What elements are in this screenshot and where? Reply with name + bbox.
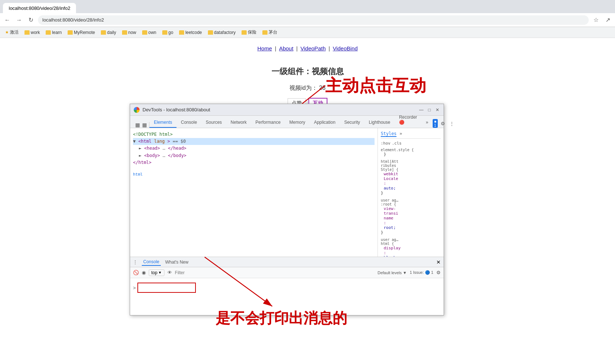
console-input[interactable] <box>137 283 196 293</box>
html-breadcrumb[interactable]: html <box>133 171 375 178</box>
folder-icon <box>162 30 167 35</box>
minimize-button[interactable]: — <box>419 107 424 112</box>
hov-filter[interactable]: :hov <box>381 141 391 146</box>
context-label: top <box>151 270 157 275</box>
tab-security[interactable]: Security <box>340 118 364 128</box>
bookmark-激活[interactable]: ★ 激活 <box>3 28 21 36</box>
context-selector[interactable]: top ▼ <box>149 269 164 276</box>
nav-home-link[interactable]: Home <box>257 45 272 51</box>
tree-expand-body[interactable]: ► <box>139 153 141 158</box>
bookmark-now[interactable]: now <box>120 29 138 36</box>
elements-panel: <!DOCTYPE html> ▼ <html lang > == $0 ► <… <box>130 128 378 257</box>
bookmark-label: leetcode <box>185 30 202 35</box>
folder-icon <box>142 30 147 35</box>
styles-tab[interactable]: Styles <box>381 131 396 137</box>
bookmark-leetcode[interactable]: leetcode <box>177 29 204 36</box>
console-settings-icon[interactable]: ⚙ <box>436 270 441 275</box>
body-line[interactable]: ► <body> … </body> <box>133 152 375 159</box>
nav-about-link[interactable]: About <box>279 45 293 51</box>
browser-window: localhost:8080/video/28/info2 ← → ↻ ☆ ↗ … <box>0 0 615 364</box>
tab-recorder[interactable]: Recorder 🔴 <box>395 112 421 128</box>
forward-button[interactable]: → <box>15 16 23 24</box>
computed-tab[interactable]: » <box>399 131 402 137</box>
tab-sources[interactable]: Sources <box>201 118 226 128</box>
bookmark-insurance[interactable]: 保险 <box>239 28 259 36</box>
console-toolbar: 🚫 ◉ top ▼ 👁 Default levels ▼ 1 Issue: 🔵 … <box>130 267 444 278</box>
bookmark-label: MyRemote <box>74 30 95 35</box>
css-root: user ag…:root { view-transiname:root; } <box>381 198 441 235</box>
window-controls: — □ ✕ <box>419 107 440 112</box>
css-html-attrs: html[AttributesStyle] { webkitLocale:aut… <box>381 160 441 195</box>
tab-lighthouse[interactable]: Lighthouse <box>364 118 395 128</box>
console-menu-icon[interactable]: ⋮ <box>133 260 137 265</box>
bookmark-learn[interactable]: learn <box>43 29 64 36</box>
bookmark-button[interactable]: ☆ <box>592 16 600 24</box>
bookmark-own[interactable]: own <box>140 29 159 36</box>
settings-icon[interactable]: ⚙ <box>439 120 447 127</box>
tab-memory[interactable]: Memory <box>285 118 310 128</box>
bookmark-datafactory[interactable]: datafactory <box>206 29 238 36</box>
nav-links: Home | About | VideoPath | VideoBind <box>7 45 608 51</box>
folder-icon <box>262 30 267 35</box>
eye-icon[interactable]: 👁 <box>167 270 172 275</box>
tab-network[interactable]: Network <box>226 118 251 128</box>
bookmark-daily[interactable]: daily <box>99 29 118 36</box>
console-prompt: > <box>133 285 136 291</box>
video-id-label: 视频id为： <box>289 85 317 91</box>
more-options-icon[interactable]: ⋮ <box>448 120 456 127</box>
tab-console[interactable]: Console <box>176 118 201 128</box>
cls-filter[interactable]: .cls <box>392 141 402 146</box>
close-button[interactable]: ✕ <box>435 107 440 112</box>
nav-sep3: | <box>329 46 331 51</box>
devtools-title-text: DevTools - localhost:8080/about <box>143 107 210 112</box>
tab-application[interactable]: Application <box>310 118 340 128</box>
share-button[interactable]: ↗ <box>603 16 612 24</box>
head-line[interactable]: ► <head> … </head> <box>133 145 375 152</box>
back-button[interactable]: ← <box>3 16 12 24</box>
reload-button[interactable]: ↻ <box>26 16 35 24</box>
maximize-button[interactable]: □ <box>427 107 432 112</box>
folder-icon <box>242 30 247 35</box>
browser-tab[interactable]: localhost:8080/video/28/info2 <box>3 3 76 13</box>
bookmark-label: learn <box>52 30 62 35</box>
bookmark-label: datafactory <box>214 30 236 35</box>
nav-videopath-link[interactable]: VideoPath <box>300 45 326 51</box>
address-input[interactable] <box>38 15 589 25</box>
nav-videobind-link[interactable]: VideoBind <box>333 45 358 51</box>
devtools-body: <!DOCTYPE html> ▼ <html lang > == $0 ► <… <box>130 128 444 315</box>
filter-icon[interactable]: ◉ <box>142 270 146 275</box>
tab-performance[interactable]: Performance <box>251 118 285 128</box>
clear-console-icon[interactable]: 🚫 <box>133 270 139 275</box>
html-line[interactable]: ▼ <html lang > == $0 <box>133 138 375 145</box>
bookmark-myremote[interactable]: MyRemote <box>65 29 97 36</box>
tab-elements[interactable]: Elements <box>149 118 176 128</box>
video-id-row: 视频id为： 28 <box>7 84 608 92</box>
tab-more[interactable]: » <box>421 118 433 128</box>
devtools-inspect-icon[interactable]: ▦ <box>135 122 140 128</box>
tree-expand-html[interactable]: ▼ <box>133 139 136 144</box>
bookmark-label: 激活 <box>10 29 19 35</box>
bookmark-label: own <box>148 30 156 35</box>
tree-expand-head[interactable]: ► <box>139 146 141 151</box>
console-tab-console[interactable]: Console <box>142 258 161 266</box>
bookmark-work[interactable]: work <box>22 29 42 36</box>
chrome-icon <box>134 107 140 113</box>
console-tab-whatsnew[interactable]: What's New <box>164 259 190 265</box>
doctype-text: <!DOCTYPE html> <box>133 132 172 137</box>
console-close-icon[interactable]: ✕ <box>436 259 441 265</box>
console-filter-input[interactable] <box>175 270 375 275</box>
bookmark-label: 保险 <box>248 29 257 35</box>
bookmarks-bar: ★ 激活 work learn MyRemote daily now own <box>0 27 615 38</box>
video-id-value: 28 <box>319 85 326 91</box>
context-arrow: ▼ <box>158 271 162 275</box>
bookmark-maotai[interactable]: 茅台 <box>260 28 280 36</box>
styles-panel: Styles » :hov .cls element.style { } h <box>378 128 444 257</box>
folder-icon <box>122 30 127 35</box>
devtools-device-icon[interactable]: ▦ <box>142 122 147 128</box>
tab-title: localhost:8080/video/28/info2 <box>9 5 70 11</box>
bookmark-go[interactable]: go <box>160 29 175 36</box>
issues-count: 1 Issue: 🔵 1 <box>410 270 433 275</box>
folder-icon <box>208 30 213 35</box>
default-levels-selector[interactable]: Default levels ▼ <box>377 271 407 275</box>
console-section: ⋮ Console What's New ✕ 🚫 ◉ top ▼ 👁 <box>130 257 444 315</box>
